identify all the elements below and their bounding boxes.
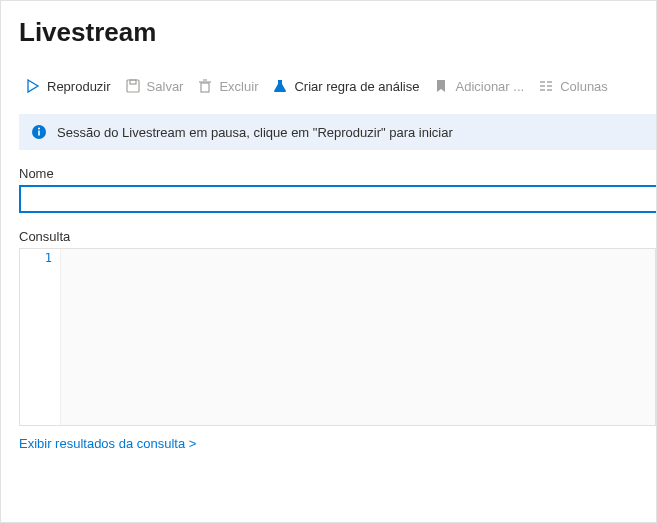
query-editor[interactable]: 1 xyxy=(19,248,656,426)
line-gutter: 1 xyxy=(20,249,60,425)
view-results-link[interactable]: Exibir resultados da consulta > xyxy=(19,436,196,451)
name-input[interactable] xyxy=(19,185,656,213)
save-label: Salvar xyxy=(147,79,184,94)
query-section: Consulta 1 xyxy=(19,229,638,426)
info-message: Sessão do Livestream em pausa, clique em… xyxy=(57,125,453,140)
svg-rect-2 xyxy=(130,80,136,84)
columns-icon xyxy=(538,78,554,94)
name-section: Nome xyxy=(19,166,638,213)
columns-label: Colunas xyxy=(560,79,608,94)
columns-button[interactable]: Colunas xyxy=(532,74,614,98)
save-button[interactable]: Salvar xyxy=(119,74,190,98)
play-button[interactable]: Reproduzir xyxy=(19,74,117,98)
add-bookmark-label: Adicionar ... xyxy=(455,79,524,94)
svg-rect-1 xyxy=(127,80,139,92)
delete-label: Excluir xyxy=(219,79,258,94)
play-icon xyxy=(25,78,41,94)
name-label: Nome xyxy=(19,166,638,181)
svg-point-14 xyxy=(38,128,40,130)
create-rule-button[interactable]: Criar regra de análise xyxy=(266,74,425,98)
svg-rect-13 xyxy=(38,131,40,136)
page-title: Livestream xyxy=(19,17,638,48)
code-area[interactable] xyxy=(60,249,655,425)
create-rule-label: Criar regra de análise xyxy=(294,79,419,94)
line-number: 1 xyxy=(20,251,52,265)
query-label: Consulta xyxy=(19,229,638,244)
delete-button[interactable]: Excluir xyxy=(191,74,264,98)
info-bar: Sessão do Livestream em pausa, clique em… xyxy=(19,114,656,150)
trash-icon xyxy=(197,78,213,94)
svg-marker-0 xyxy=(28,80,38,92)
add-bookmark-button[interactable]: Adicionar ... xyxy=(427,74,530,98)
toolbar: Reproduzir Salvar Excluir Criar regra de… xyxy=(19,74,638,98)
save-icon xyxy=(125,78,141,94)
flask-icon xyxy=(272,78,288,94)
play-label: Reproduzir xyxy=(47,79,111,94)
info-icon xyxy=(31,124,47,140)
footer-links: Exibir resultados da consulta > xyxy=(19,436,638,451)
bookmark-icon xyxy=(433,78,449,94)
svg-rect-3 xyxy=(201,83,209,92)
